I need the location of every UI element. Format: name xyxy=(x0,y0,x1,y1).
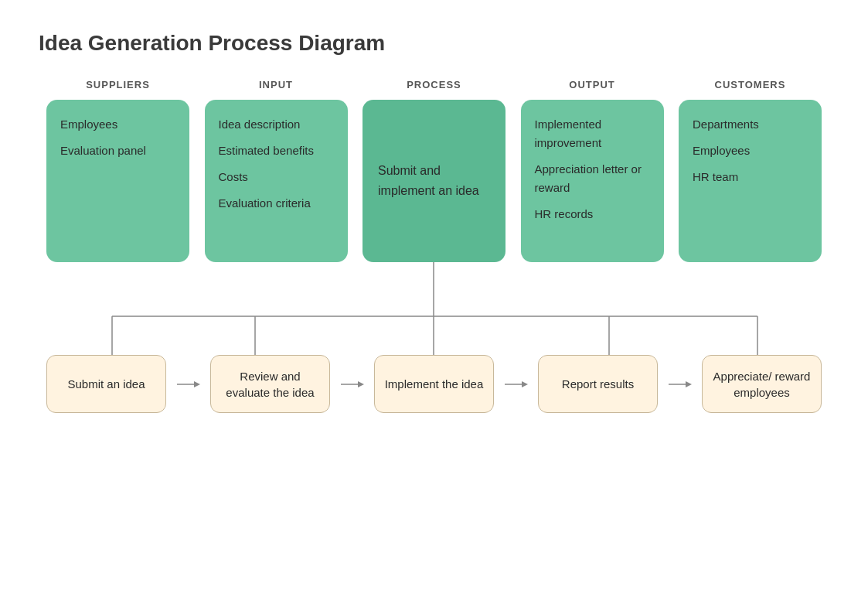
output-box: Implemented improvement Appreciation let… xyxy=(521,100,664,262)
customers-item-3: HR team xyxy=(693,168,808,186)
process-text: Submit and implement an idea xyxy=(378,161,490,200)
flow-report: Report results xyxy=(538,355,658,413)
input-box: Idea description Estimated benefits Cost… xyxy=(205,100,348,262)
suppliers-item-2: Evaluation panel xyxy=(60,142,175,160)
arrow-1 xyxy=(177,377,200,392)
input-item-4: Evaluation criteria xyxy=(219,194,334,213)
svg-marker-12 xyxy=(522,381,528,387)
flow-appreciate: Appreciate/ reward employees xyxy=(702,355,822,413)
arrow-3 xyxy=(505,377,528,392)
page-title: Idea Generation Process Diagram xyxy=(39,31,829,56)
header-input: INPUT xyxy=(205,79,348,90)
svg-marker-14 xyxy=(686,381,692,387)
header-customers: CUSTOMERS xyxy=(679,79,822,90)
output-item-3: HR records xyxy=(535,205,650,223)
sipoc-row: Employees Evaluation panel Idea descript… xyxy=(39,100,829,262)
header-suppliers: SUPPLIERS xyxy=(46,79,189,90)
svg-marker-8 xyxy=(194,381,200,387)
header-output: OUTPUT xyxy=(521,79,664,90)
sipoc-headers: SUPPLIERS INPUT PROCESS OUTPUT CUSTOMERS xyxy=(39,79,829,90)
input-item-1: Idea description xyxy=(219,115,334,134)
flow-submit: Submit an idea xyxy=(46,355,166,413)
flow-implement: Implement the idea xyxy=(374,355,494,413)
output-item-1: Implemented improvement xyxy=(535,115,650,152)
arrow-2 xyxy=(341,377,364,392)
output-item-2: Appreciation letter or reward xyxy=(535,160,650,197)
customers-box: Departments Employees HR team xyxy=(679,100,822,262)
flow-review: Review and evaluate the idea xyxy=(210,355,330,413)
suppliers-item-1: Employees xyxy=(60,115,175,134)
arrow-4 xyxy=(669,377,692,392)
connector-area xyxy=(46,262,822,355)
customers-item-1: Departments xyxy=(693,115,808,134)
process-box: Submit and implement an idea xyxy=(363,100,505,262)
header-process: PROCESS xyxy=(363,79,505,90)
customers-item-2: Employees xyxy=(693,142,808,160)
svg-marker-10 xyxy=(358,381,364,387)
input-item-3: Costs xyxy=(219,168,334,186)
page: Idea Generation Process Diagram SUPPLIER… xyxy=(0,0,868,614)
input-item-2: Estimated benefits xyxy=(219,142,334,160)
connector-svg xyxy=(46,262,822,355)
flow-row: Submit an idea Review and evaluate the i… xyxy=(39,355,829,413)
suppliers-box: Employees Evaluation panel xyxy=(46,100,189,262)
